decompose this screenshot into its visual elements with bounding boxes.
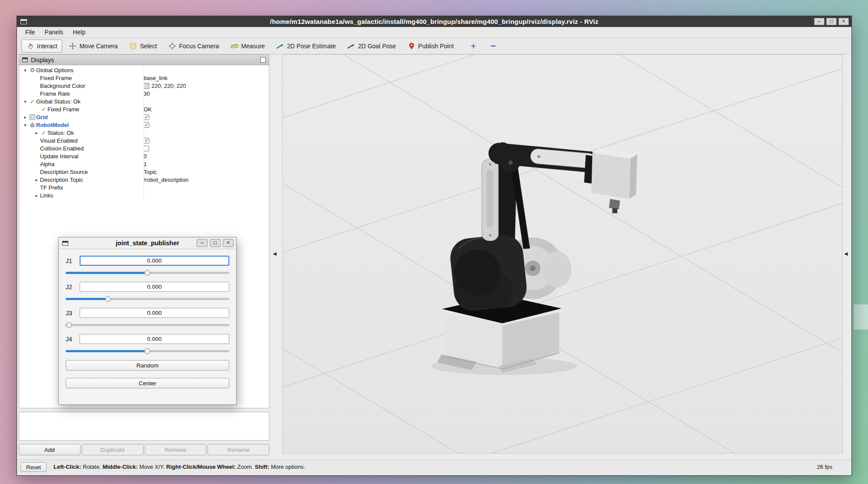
joint-label: J4	[66, 336, 75, 343]
expander-expanded-icon[interactable]: ▾	[22, 68, 29, 73]
menu-item-panels[interactable]: Panels	[40, 27, 68, 37]
tree-row-links[interactable]: ▸Links	[19, 191, 269, 199]
tree-row-robotmodel[interactable]: ▾RobotModel✓	[19, 121, 269, 129]
tree-row-collision-enabled[interactable]: Collision Enabled	[19, 144, 269, 152]
tool-2d-goal-pose[interactable]: 2D Goal Pose	[342, 40, 401, 53]
help-segment: Move X/Y.	[138, 464, 167, 470]
menu-item-help[interactable]: Help	[68, 27, 90, 37]
joint-slider[interactable]	[66, 270, 229, 276]
slider-handle[interactable]	[144, 348, 150, 354]
tool-measure[interactable]: Measure	[225, 40, 269, 53]
add-button[interactable]: Add	[19, 444, 80, 455]
tree-label: RobotModel	[36, 122, 69, 128]
value-text: 1	[144, 161, 147, 167]
tree-row-global-status-ok[interactable]: ▾✓Global Status: Ok	[19, 97, 269, 105]
tree-row-background-color[interactable]: Background Color220; 220; 220	[19, 82, 269, 90]
slider-groove	[66, 298, 229, 300]
slider-handle[interactable]	[105, 296, 111, 302]
viewport-3d[interactable]	[282, 54, 843, 454]
joint-state-publisher-window: joint_state_publisher – □ × J10.000J20.0…	[58, 237, 237, 405]
joint-slider[interactable]	[66, 322, 229, 328]
tree-row-update-interval[interactable]: Update Interval0	[19, 152, 269, 160]
tree-label: Frame Rate	[40, 90, 70, 97]
add-tool-button[interactable]: +	[467, 40, 479, 52]
maximize-button[interactable]: □	[826, 18, 837, 25]
menu-item-file[interactable]: File	[20, 27, 40, 37]
tree-row-tf-prefix[interactable]: TF Prefix	[19, 184, 269, 191]
joint-value-field[interactable]: 0.000	[80, 334, 229, 344]
random-button[interactable]: Random	[66, 360, 229, 371]
tree-row-visual-enabled[interactable]: Visual Enabled✓	[19, 137, 269, 144]
status-bar: Reset Left-Click: Rotate. Middle-Click: …	[17, 460, 851, 475]
duplicate-button: Duplicate	[82, 444, 144, 455]
tree-row-frame-rate[interactable]: Frame Rate30	[19, 90, 269, 97]
tree-value: /robot_description	[144, 176, 188, 184]
help-segment: More options.	[269, 464, 305, 470]
tree-row-fixed-frame[interactable]: ✓Fixed FrameOK	[19, 105, 269, 113]
tree-row-status-ok[interactable]: ▸✓Status: Ok	[19, 129, 269, 137]
checkbox-checked-icon[interactable]: ✓	[144, 138, 149, 144]
indent-spacer	[22, 148, 33, 149]
tree-row-grid[interactable]: ▸Grid✓	[19, 113, 269, 121]
tree-row-alpha[interactable]: Alpha1	[19, 160, 269, 168]
checkbox-checked-icon[interactable]: ✓	[144, 114, 149, 120]
splitter-collapse-left[interactable]: ◀	[273, 251, 276, 257]
window-titlebar[interactable]: /home/m12watanabe1a/ws_galactic/install/…	[17, 16, 851, 27]
expander-collapsed-icon[interactable]: ▸	[33, 130, 40, 135]
tree-row-description-topic[interactable]: ▸Description Topic/robot_description	[19, 176, 269, 184]
joint-slider[interactable]	[66, 296, 229, 302]
dialog-minimize-button[interactable]: –	[197, 239, 208, 247]
joint-value-field[interactable]: 0.000	[80, 256, 229, 266]
center-button[interactable]: Center	[66, 378, 229, 388]
slider-handle[interactable]	[144, 270, 150, 276]
tree-label: Visual Enabled	[40, 137, 78, 144]
tool-interact[interactable]: Interact	[21, 40, 62, 53]
indent-spacer	[22, 133, 33, 133]
tree-label: Update Interval	[40, 153, 78, 160]
slider-fill	[66, 298, 108, 300]
panel-title: Displays	[31, 57, 54, 63]
reset-button[interactable]: Reset	[20, 462, 47, 472]
value-text: Topic	[144, 169, 157, 175]
tree-label: Description Source	[40, 169, 88, 175]
tool-publish-point[interactable]: Publish Point	[402, 40, 459, 53]
remove-tool-button[interactable]: −	[487, 40, 499, 52]
render-scene	[283, 55, 842, 453]
panel-float-button[interactable]	[260, 57, 266, 63]
help-segment: Left-Click:	[54, 464, 81, 470]
pose-estimate-icon	[276, 42, 285, 50]
tool-2d-pose-estimate[interactable]: 2D Pose Estimate	[271, 40, 341, 53]
tree-value	[144, 144, 149, 152]
checkbox-unchecked-icon[interactable]	[144, 146, 149, 151]
indent-spacer	[22, 109, 33, 110]
joint-slider[interactable]	[66, 348, 229, 354]
slider-handle[interactable]	[66, 322, 72, 328]
tool-label: Measure	[241, 43, 265, 50]
tree-row-description-source[interactable]: Description SourceTopic	[19, 168, 269, 176]
tool-select[interactable]: Select	[124, 40, 162, 53]
indent-spacer	[22, 78, 33, 78]
tree-row-global-options[interactable]: ▾⚙Global Options	[19, 66, 269, 74]
tool-focus-camera[interactable]: Focus Camera	[164, 40, 224, 53]
displays-panel-header[interactable]: Displays	[19, 54, 269, 65]
checkbox-checked-icon[interactable]: ✓	[144, 122, 149, 128]
tree-row-fixed-frame[interactable]: Fixed Framebase_link	[19, 74, 269, 82]
dialog-maximize-button[interactable]: □	[210, 239, 221, 247]
minimize-button[interactable]: –	[814, 18, 824, 25]
expander-expanded-icon[interactable]: ▾	[22, 99, 29, 104]
tool-move-camera[interactable]: Move Camera	[64, 40, 123, 53]
splitter-collapse-right[interactable]: ◀	[844, 251, 848, 257]
dialog-titlebar[interactable]: joint_state_publisher – □ ×	[59, 237, 236, 249]
toolbar-tools: InteractMove CameraSelectFocus CameraMea…	[21, 40, 459, 53]
expander-collapsed-icon[interactable]: ▸	[22, 115, 29, 120]
tree-label: Global Options	[36, 67, 74, 73]
joint-value-field[interactable]: 0.000	[80, 308, 229, 318]
dialog-close-button[interactable]: ×	[223, 239, 234, 247]
background-window-peek	[854, 304, 868, 330]
expander-expanded-icon[interactable]: ▾	[22, 123, 29, 127]
expander-collapsed-icon[interactable]: ▸	[33, 177, 40, 182]
joint-value-field[interactable]: 0.000	[80, 282, 229, 292]
close-button[interactable]: ×	[838, 18, 849, 25]
expander-collapsed-icon[interactable]: ▸	[33, 193, 40, 198]
slider-fill	[66, 350, 147, 352]
